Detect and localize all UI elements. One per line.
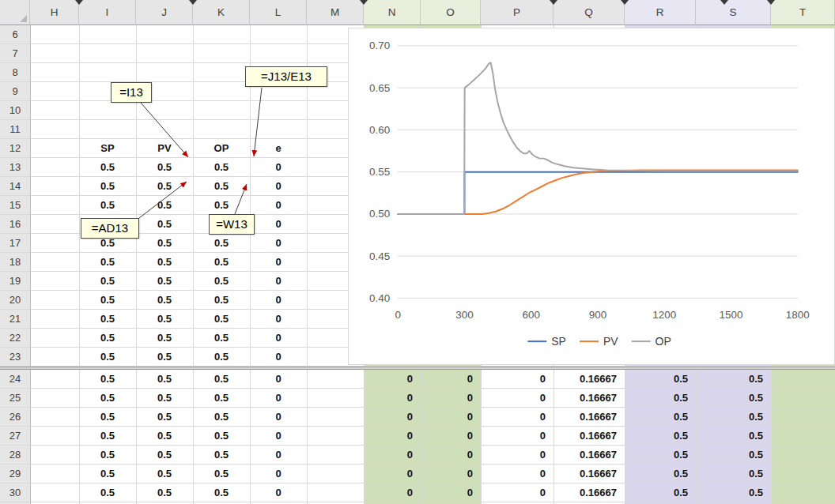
- column-header-I[interactable]: I: [79, 0, 136, 25]
- select-all-corner[interactable]: [0, 0, 30, 25]
- column-header-Q[interactable]: Q: [554, 0, 625, 25]
- cell-R26[interactable]: 0.5: [625, 408, 696, 427]
- cell-L15[interactable]: 0: [250, 196, 307, 215]
- cell-J14[interactable]: 0.5: [136, 177, 193, 196]
- cell-L27[interactable]: 0: [250, 427, 307, 446]
- cell-Q25[interactable]: 0.16667: [554, 389, 625, 408]
- cell-I15[interactable]: 0.5: [79, 196, 136, 215]
- embedded-chart[interactable]: 0.400.450.500.550.600.650.70030060090012…: [348, 28, 835, 365]
- cell-I26[interactable]: 0.5: [79, 408, 136, 427]
- cell-R30[interactable]: 0.5: [625, 483, 696, 502]
- cell-J13[interactable]: 0.5: [136, 158, 193, 177]
- column-header-T[interactable]: T: [771, 0, 835, 25]
- cell-R28[interactable]: 0.5: [625, 446, 696, 465]
- cell-L13[interactable]: 0: [250, 158, 307, 177]
- cell-S30[interactable]: 0.5: [696, 483, 771, 502]
- cell-R27[interactable]: 0.5: [625, 427, 696, 446]
- column-header-O[interactable]: O: [421, 0, 481, 25]
- row-header-10[interactable]: 10: [0, 101, 30, 120]
- row-header-30[interactable]: 30: [0, 483, 30, 502]
- cell-K20[interactable]: 0.5: [193, 291, 250, 310]
- cell-K21[interactable]: 0.5: [193, 310, 250, 329]
- row-header-13[interactable]: 13: [0, 158, 30, 177]
- cell-L30[interactable]: 0: [250, 483, 307, 502]
- column-header-N[interactable]: N: [364, 0, 421, 25]
- column-header-S[interactable]: S: [696, 0, 771, 25]
- row-header-24[interactable]: 24: [0, 370, 30, 389]
- cell-N27[interactable]: 0: [364, 427, 421, 446]
- row-header-17[interactable]: 17: [0, 234, 30, 253]
- cell-N29[interactable]: 0: [364, 465, 421, 483]
- cell-L14[interactable]: 0: [250, 177, 307, 196]
- cell-J24[interactable]: 0.5: [136, 370, 193, 389]
- cell-P30[interactable]: 0: [481, 483, 554, 502]
- cell-K14[interactable]: 0.5: [193, 177, 250, 196]
- cell-P27[interactable]: 0: [481, 427, 554, 446]
- cell-K22[interactable]: 0.5: [193, 329, 250, 348]
- cell-J17[interactable]: 0.5: [136, 234, 193, 253]
- cell-L26[interactable]: 0: [250, 408, 307, 427]
- cell-K12[interactable]: OP: [193, 139, 250, 158]
- cell-I24[interactable]: 0.5: [79, 370, 136, 389]
- formula-callout-i13[interactable]: =I13: [111, 82, 152, 103]
- row-header-20[interactable]: 20: [0, 291, 30, 310]
- cell-N25[interactable]: 0: [364, 389, 421, 408]
- cell-L21[interactable]: 0: [250, 310, 307, 329]
- cell-S28[interactable]: 0.5: [696, 446, 771, 465]
- cell-Q24[interactable]: 0.16667: [554, 370, 625, 389]
- cell-O26[interactable]: 0: [421, 408, 481, 427]
- cell-K28[interactable]: 0.5: [193, 446, 250, 465]
- cell-L28[interactable]: 0: [250, 446, 307, 465]
- row-header-22[interactable]: 22: [0, 329, 30, 348]
- cell-J30[interactable]: 0.5: [136, 483, 193, 502]
- row-header-25[interactable]: 25: [0, 389, 30, 408]
- cell-I29[interactable]: 0.5: [79, 465, 136, 483]
- cell-O27[interactable]: 0: [421, 427, 481, 446]
- column-header-H[interactable]: H: [30, 0, 79, 25]
- cell-Q27[interactable]: 0.16667: [554, 427, 625, 446]
- pane-split-bar[interactable]: [0, 367, 835, 370]
- cell-K30[interactable]: 0.5: [193, 483, 250, 502]
- row-header-8[interactable]: 8: [0, 63, 30, 82]
- cell-K27[interactable]: 0.5: [193, 427, 250, 446]
- row-header-12[interactable]: 12: [0, 139, 30, 158]
- cell-R24[interactable]: 0.5: [625, 370, 696, 389]
- row-header-15[interactable]: 15: [0, 196, 30, 215]
- row-header-16[interactable]: 16: [0, 215, 30, 234]
- cell-Q26[interactable]: 0.16667: [554, 408, 625, 427]
- column-header-M[interactable]: M: [307, 0, 364, 25]
- cell-L23[interactable]: 0: [250, 348, 307, 367]
- cell-J23[interactable]: 0.5: [136, 348, 193, 367]
- cell-I27[interactable]: 0.5: [79, 427, 136, 446]
- cell-P29[interactable]: 0: [481, 465, 554, 483]
- formula-callout-ad13[interactable]: =AD13: [81, 218, 139, 239]
- row-header-21[interactable]: 21: [0, 310, 30, 329]
- cell-L25[interactable]: 0: [250, 389, 307, 408]
- cell-I19[interactable]: 0.5: [79, 272, 136, 291]
- row-header-11[interactable]: 11: [0, 120, 30, 139]
- cell-I21[interactable]: 0.5: [79, 310, 136, 329]
- row-header-18[interactable]: 18: [0, 253, 30, 272]
- row-header-28[interactable]: 28: [0, 446, 30, 465]
- cell-L29[interactable]: 0: [250, 465, 307, 483]
- cell-S25[interactable]: 0.5: [696, 389, 771, 408]
- cell-I25[interactable]: 0.5: [79, 389, 136, 408]
- cell-K24[interactable]: 0.5: [193, 370, 250, 389]
- cell-P26[interactable]: 0: [481, 408, 554, 427]
- row-header-9[interactable]: 9: [0, 82, 30, 101]
- cell-S24[interactable]: 0.5: [696, 370, 771, 389]
- cell-I23[interactable]: 0.5: [79, 348, 136, 367]
- cell-P28[interactable]: 0: [481, 446, 554, 465]
- cell-N28[interactable]: 0: [364, 446, 421, 465]
- formula-callout-j13-e13[interactable]: =J13/E13: [245, 66, 327, 87]
- cell-O28[interactable]: 0: [421, 446, 481, 465]
- cell-L12[interactable]: e: [250, 139, 307, 158]
- cell-J28[interactable]: 0.5: [136, 446, 193, 465]
- row-header-27[interactable]: 27: [0, 427, 30, 446]
- cell-K15[interactable]: 0.5: [193, 196, 250, 215]
- cell-L16[interactable]: 0: [250, 215, 307, 234]
- cell-I20[interactable]: 0.5: [79, 291, 136, 310]
- cell-K18[interactable]: 0.5: [193, 253, 250, 272]
- cell-I28[interactable]: 0.5: [79, 446, 136, 465]
- row-header-26[interactable]: 26: [0, 408, 30, 427]
